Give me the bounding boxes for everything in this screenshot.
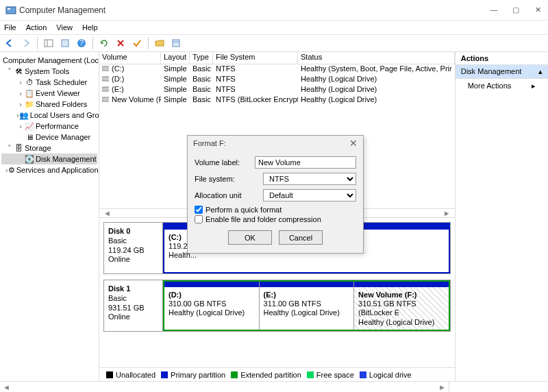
tree-storage[interactable]: Storage xyxy=(25,144,51,152)
volume-row[interactable]: (C:)SimpleBasicNTFSHealthy (System, Boot… xyxy=(99,64,455,75)
tree-task-scheduler[interactable]: Task Scheduler xyxy=(36,78,87,86)
volume-label-input[interactable] xyxy=(255,156,356,169)
col-type[interactable]: Type xyxy=(190,52,213,64)
drive-icon xyxy=(99,85,109,95)
scroll-left-icon[interactable]: ◄ xyxy=(3,383,10,391)
folder-icon[interactable] xyxy=(153,36,166,50)
allocation-lbl: Allocation unit xyxy=(195,191,263,199)
users-icon: 👥 xyxy=(19,110,29,120)
svg-rect-10 xyxy=(102,66,109,71)
scroll-left-icon[interactable]: ◄ xyxy=(103,209,111,217)
dialog-close-icon[interactable]: ✕ xyxy=(349,138,358,149)
forward-icon[interactable] xyxy=(19,36,33,50)
svg-rect-0 xyxy=(6,7,16,14)
event-icon: 📋 xyxy=(25,88,34,98)
col-layout[interactable]: Layout xyxy=(161,52,190,64)
clock-icon: ⏱ xyxy=(25,77,34,87)
actions-context[interactable]: Disk Management▴ xyxy=(456,65,548,79)
svg-rect-1 xyxy=(8,8,10,10)
close-button[interactable]: ✕ xyxy=(533,5,543,14)
collapse-icon[interactable]: ▴ xyxy=(538,67,543,76)
tree-system-tools[interactable]: System Tools xyxy=(25,67,69,75)
disk-info: Disk 0 Basic 119.24 GB Online xyxy=(104,223,163,273)
filesystem-lbl: File system: xyxy=(195,175,263,183)
col-status[interactable]: Status xyxy=(298,52,455,64)
expander-icon[interactable]: ˅ xyxy=(5,67,14,76)
svg-rect-12 xyxy=(102,87,109,91)
partition[interactable]: (E:)311.00 GB NTFSHealthy (Logical Drive… xyxy=(260,282,355,330)
toolbar: ? xyxy=(0,34,548,52)
compression-label: Enable file and folder compression xyxy=(206,215,321,223)
expander-icon[interactable]: › xyxy=(16,100,25,108)
expander-icon[interactable]: › xyxy=(16,122,25,130)
tools-icon: 🛠 xyxy=(14,66,23,76)
drive-icon xyxy=(99,75,109,85)
tree-services[interactable]: Services and Applications xyxy=(16,166,99,174)
disk-row[interactable]: Disk 1 Basic 931.51 GB Online (D:)310.00… xyxy=(103,280,451,332)
more-actions[interactable]: More Actions▸ xyxy=(456,79,548,93)
scroll-right-icon[interactable]: ► xyxy=(443,209,451,217)
tree-local-users[interactable]: Local Users and Groups xyxy=(30,111,99,119)
check-icon[interactable] xyxy=(130,36,144,50)
minimize-button[interactable]: — xyxy=(489,5,499,14)
ok-button[interactable]: OK xyxy=(228,230,272,245)
back-icon[interactable] xyxy=(3,36,16,50)
volume-header: Volume Layout Type File System Status xyxy=(99,52,455,64)
col-fs[interactable]: File System xyxy=(213,52,298,64)
expander-icon[interactable]: › xyxy=(16,89,25,97)
dialog-title: Format F: xyxy=(193,139,226,147)
menu-file[interactable]: File xyxy=(4,23,16,32)
col-volume[interactable]: Volume xyxy=(99,52,161,64)
volume-label-lbl: Volume label: xyxy=(195,158,255,167)
legend: Unallocated Primary partition Extended p… xyxy=(99,367,455,381)
format-dialog: Format F: ✕ Volume label: File system: N… xyxy=(187,135,364,254)
svg-rect-4 xyxy=(62,40,68,47)
quick-format-label: Perform a quick format xyxy=(206,206,282,214)
menu-help[interactable]: Help xyxy=(82,23,98,32)
expander-icon[interactable]: ˅ xyxy=(5,144,14,153)
volume-row[interactable]: (E:)SimpleBasicNTFSHealthy (Logical Driv… xyxy=(99,85,455,95)
properties-icon[interactable] xyxy=(58,36,72,50)
maximize-button[interactable]: ▢ xyxy=(511,5,521,14)
nav-tree[interactable]: Computer Management (Local ˅🛠System Tool… xyxy=(0,52,99,381)
app-icon xyxy=(5,5,16,16)
tree-event-viewer[interactable]: Event Viewer xyxy=(36,89,80,97)
window-title: Computer Management xyxy=(19,5,489,15)
disk-icon: 💽 xyxy=(25,154,34,164)
volume-row[interactable]: (D:)SimpleBasicNTFSHealthy (Logical Driv… xyxy=(99,75,455,85)
actions-header: Actions xyxy=(456,52,548,65)
partition[interactable]: New Volume (F:)310.51 GB NTFS (BitLocker… xyxy=(354,282,449,330)
list-icon[interactable] xyxy=(169,36,183,50)
tree-shared-folders[interactable]: Shared Folders xyxy=(36,100,87,108)
tree-performance[interactable]: Performance xyxy=(36,122,79,130)
folder-shared-icon: 📁 xyxy=(25,99,34,109)
services-icon: ⚙ xyxy=(8,165,15,175)
svg-text:?: ? xyxy=(79,38,84,47)
svg-rect-11 xyxy=(102,77,109,81)
cancel-button[interactable]: Cancel xyxy=(279,230,323,245)
expander-icon[interactable]: › xyxy=(16,78,25,86)
drive-icon xyxy=(99,95,109,106)
tree-disk-management[interactable]: Disk Management xyxy=(36,155,97,163)
scroll-right-icon[interactable]: ► xyxy=(438,383,446,391)
actions-pane: Actions Disk Management▴ More Actions▸ xyxy=(456,52,548,381)
volume-row[interactable]: New Volume (F:)SimpleBasicNTFS (BitLocke… xyxy=(99,95,455,106)
disk-info: Disk 1 Basic 931.51 GB Online xyxy=(104,280,163,331)
menubar: File Action View Help xyxy=(0,21,548,34)
filesystem-select[interactable]: NTFS xyxy=(263,173,356,185)
svg-rect-2 xyxy=(45,40,53,47)
tree-root[interactable]: Computer Management (Local xyxy=(3,56,99,64)
statusbar: ◄► xyxy=(0,381,548,392)
menu-action[interactable]: Action xyxy=(26,23,47,32)
quick-format-checkbox[interactable] xyxy=(195,206,203,214)
allocation-select[interactable]: Default xyxy=(263,189,356,201)
delete-icon[interactable] xyxy=(114,36,127,50)
partition[interactable]: (D:)310.00 GB NTFSHealthy (Logical Drive… xyxy=(164,282,260,330)
refresh-icon[interactable] xyxy=(97,36,111,50)
svg-rect-13 xyxy=(102,97,109,101)
panel-icon[interactable] xyxy=(42,36,55,50)
help-icon[interactable]: ? xyxy=(75,36,88,50)
tree-device-manager[interactable]: Device Manager xyxy=(36,133,90,141)
compression-checkbox[interactable] xyxy=(195,215,203,223)
menu-view[interactable]: View xyxy=(56,23,73,32)
